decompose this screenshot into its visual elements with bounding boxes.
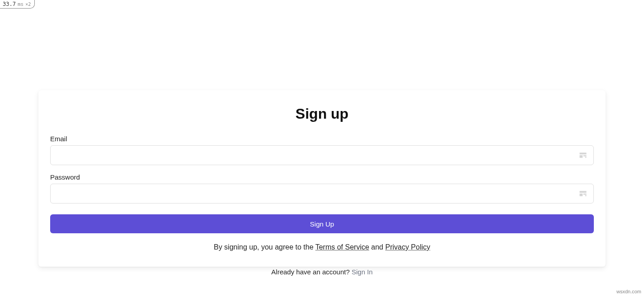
agree-text: By signing up, you agree to the Terms of… <box>50 243 594 251</box>
tos-link[interactable]: Terms of Service <box>315 243 369 251</box>
watermark: wsxdn.com <box>616 289 641 294</box>
email-group: Email <box>50 135 594 165</box>
perf-unit: ms <box>18 1 24 7</box>
email-label: Email <box>50 135 594 143</box>
signin-prompt: Already have an account? <box>271 268 352 276</box>
signup-button[interactable]: Sign Up <box>50 214 594 233</box>
password-input-wrap <box>50 184 594 204</box>
autofill-icon <box>578 189 588 198</box>
privacy-link[interactable]: Privacy Policy <box>385 243 430 251</box>
email-input[interactable] <box>50 145 594 165</box>
signin-link[interactable]: Sign In <box>352 268 373 276</box>
email-input-wrap <box>50 145 594 165</box>
perf-mult: ×2 <box>25 2 31 7</box>
agree-prefix: By signing up, you agree to the <box>214 243 315 251</box>
password-label: Password <box>50 173 594 181</box>
autofill-icon <box>578 151 588 160</box>
password-group: Password <box>50 173 594 204</box>
signin-row: Already have an account? Sign In <box>0 268 644 276</box>
page-title: Sign up <box>50 106 594 122</box>
agree-joiner: and <box>369 243 385 251</box>
signup-card: Sign up Email Password Sign Up By signin… <box>38 90 606 267</box>
perf-badge: 33.7 ms ×2 <box>0 0 35 9</box>
password-input[interactable] <box>50 184 594 204</box>
perf-value: 33.7 <box>3 1 16 7</box>
